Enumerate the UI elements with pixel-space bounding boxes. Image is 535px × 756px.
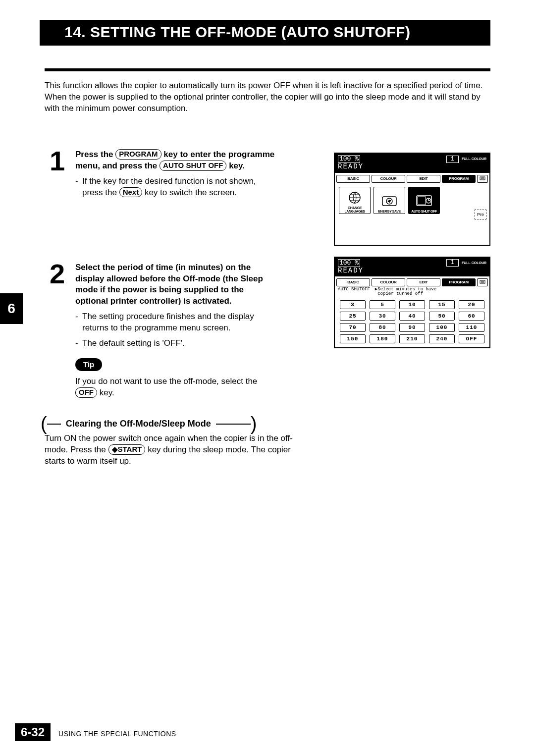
auto-shut-off-key: AUTO SHUT OFF xyxy=(160,161,226,171)
tab-help-icon-2[interactable] xyxy=(477,278,488,286)
minute-option-110[interactable]: 110 xyxy=(459,323,484,332)
minute-option-80[interactable]: 80 xyxy=(370,323,395,332)
tab-colour[interactable]: COLOUR xyxy=(372,175,405,183)
select-minutes-instruction: ▶Select minutes to have copier turned of… xyxy=(375,287,436,296)
step2-bullet-2: The default setting is 'OFF'. xyxy=(75,338,276,349)
tab-edit[interactable]: EDIT xyxy=(407,175,440,183)
copy-count: 1 xyxy=(446,156,459,163)
tab-edit-2[interactable]: EDIT xyxy=(407,278,440,286)
lcd-header-2: 100 % 1 FULL COLOUR READY xyxy=(335,258,489,277)
tip-badge: Tip xyxy=(75,358,102,371)
minute-option-50[interactable]: 50 xyxy=(429,312,455,321)
minute-option-25[interactable]: 25 xyxy=(340,312,366,321)
svg-rect-11 xyxy=(480,280,485,283)
next-key: Next xyxy=(119,187,143,198)
change-languages-label: CHANGELANGUAGES xyxy=(344,206,365,213)
zoom-indicator: 100 % xyxy=(338,155,360,163)
tab-program[interactable]: PROGRAM xyxy=(442,175,476,183)
minute-option-15[interactable]: 15 xyxy=(429,300,455,309)
ready-status: READY xyxy=(338,163,486,170)
minute-grid: 3510152025304050607080901001101501802102… xyxy=(335,298,489,347)
tab-basic-2[interactable]: BASIC xyxy=(336,278,370,286)
colour-mode: FULL COLOUR xyxy=(462,157,486,161)
tab-colour-2[interactable]: COLOUR xyxy=(372,278,405,286)
minute-option-40[interactable]: 40 xyxy=(399,312,425,321)
clearing-heading: Clearing the Off-Mode/Sleep Mode xyxy=(61,419,216,429)
zoom-indicator-2: 100 % xyxy=(338,259,360,267)
minute-option-210[interactable]: 210 xyxy=(399,334,425,343)
minute-option-3[interactable]: 3 xyxy=(340,300,366,309)
lcd-screenshots-column: 100 % 1 FULL COLOUR READY BASIC COLOUR E… xyxy=(334,153,490,348)
minute-option-10[interactable]: 10 xyxy=(399,300,425,309)
lcd-panel-minutes: 100 % 1 FULL COLOUR READY BASIC COLOUR E… xyxy=(334,257,490,349)
section-title: 14. SETTING THE OFF-MODE (AUTO SHUTOFF) xyxy=(64,24,466,41)
svg-rect-0 xyxy=(480,177,485,180)
minute-option-240[interactable]: 240 xyxy=(429,334,455,343)
lcd-tab-row-2: BASIC COLOUR EDIT PROGRAM xyxy=(335,276,489,286)
tip-text: If you do not want to use the off-mode, … xyxy=(75,376,276,399)
auto-shutoff-label: AUTO SHUT OFF xyxy=(411,210,436,213)
minute-option-150[interactable]: 150 xyxy=(340,334,366,343)
svg-rect-7 xyxy=(418,197,426,205)
step-number-1: 1 xyxy=(50,149,69,173)
energy-save-button[interactable]: ENERGY SAVE xyxy=(374,187,405,214)
section-title-block: 14. SETTING THE OFF-MODE (AUTO SHUTOFF) xyxy=(40,20,490,46)
chapter-tab: 6 xyxy=(0,293,23,324)
off-key: OFF xyxy=(75,387,97,398)
page-footer: 6-32 USING THE SPECIAL FUNCTIONS xyxy=(15,723,176,741)
colour-mode-2: FULL COLOUR xyxy=(462,261,486,265)
minute-option-180[interactable]: 180 xyxy=(370,334,395,343)
minute-option-100[interactable]: 100 xyxy=(429,323,455,332)
heading-line-right xyxy=(216,424,251,425)
program-key: PROGRAM xyxy=(115,149,161,160)
auto-shutoff-heading: AUTO SHUTOFF xyxy=(338,287,370,292)
divider-thick xyxy=(45,68,490,71)
minute-option-30[interactable]: 30 xyxy=(370,312,395,321)
page-number: 6-32 xyxy=(15,723,51,741)
heading-line-left xyxy=(47,424,61,425)
tab-program-2[interactable]: PROGRAM xyxy=(442,278,476,286)
step-number-2: 2 xyxy=(50,262,69,286)
copy-count-2: 1 xyxy=(446,259,459,267)
paren-right: ) xyxy=(251,419,257,429)
minute-option-off[interactable]: OFF xyxy=(459,334,484,343)
step1-instruction: Press the PROGRAM key to enter the progr… xyxy=(75,150,274,170)
clearing-heading-row: ( Clearing the Off-Mode/Sleep Mode ) xyxy=(41,419,490,429)
tab-help-icon[interactable] xyxy=(477,175,488,183)
ready-status-2: READY xyxy=(338,267,486,274)
minute-option-70[interactable]: 70 xyxy=(340,323,366,332)
lcd-instruction-row: AUTO SHUTOFF ▶Select minutes to have cop… xyxy=(335,286,489,298)
lcd-tab-row: BASIC COLOUR EDIT PROGRAM xyxy=(335,173,489,183)
footer-section-name: USING THE SPECIAL FUNCTIONS xyxy=(58,730,176,738)
step2-bullet-1: The setting procedure finishes and the d… xyxy=(75,311,276,334)
step1-bullet: If the key for the desired function is n… xyxy=(75,176,276,199)
start-key: ◆START xyxy=(108,444,146,455)
minute-option-5[interactable]: 5 xyxy=(370,300,395,309)
minute-option-20[interactable]: 20 xyxy=(459,300,484,309)
change-languages-button[interactable]: CHANGELANGUAGES xyxy=(339,187,371,214)
pre-button[interactable]: Pre xyxy=(475,210,486,219)
tab-basic[interactable]: BASIC xyxy=(336,175,370,183)
auto-shutoff-button[interactable]: AUTO SHUT OFF xyxy=(408,187,440,214)
step2-instruction: Select the period of time (in minutes) o… xyxy=(75,263,263,306)
clearing-body: Turn ON the power switch once again when… xyxy=(45,433,312,467)
intro-paragraph: This function allows the copier to autom… xyxy=(45,80,490,114)
paren-left: ( xyxy=(41,419,47,429)
lcd-panel-program-menu: 100 % 1 FULL COLOUR READY BASIC COLOUR E… xyxy=(334,153,490,246)
lcd-header: 100 % 1 FULL COLOUR READY xyxy=(335,154,489,173)
manual-page: 14. SETTING THE OFF-MODE (AUTO SHUTOFF) … xyxy=(0,0,535,756)
minute-option-90[interactable]: 90 xyxy=(399,323,425,332)
minute-option-60[interactable]: 60 xyxy=(459,312,484,321)
lcd-body: CHANGELANGUAGES ENERGY SAVE AUTO SHUT OF… xyxy=(335,183,489,245)
energy-save-label: ENERGY SAVE xyxy=(378,210,401,213)
